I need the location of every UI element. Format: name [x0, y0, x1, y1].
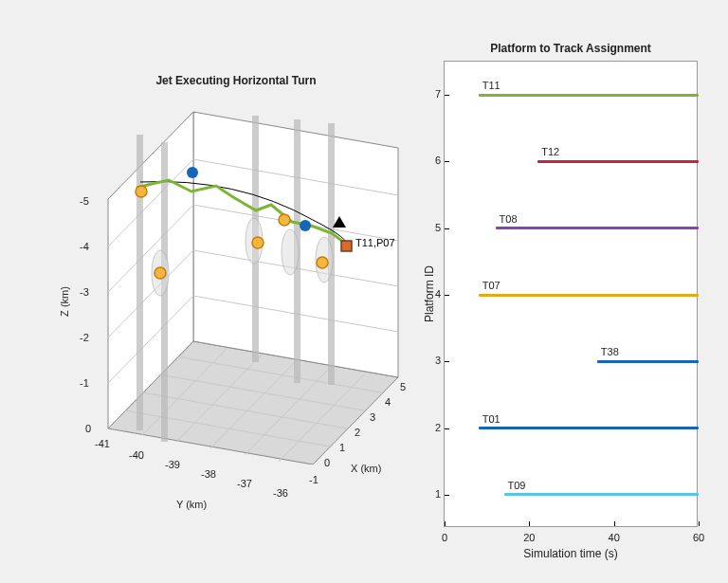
- ytick: 6: [428, 155, 441, 166]
- track-bar: [479, 294, 699, 297]
- track-label: T11: [482, 80, 500, 91]
- gantt-plot: Platform ID Simulation time (s) 12345670…: [445, 62, 697, 526]
- track-label: T08: [500, 213, 518, 225]
- svg-point-27: [155, 267, 166, 279]
- xtick: 40: [609, 532, 620, 543]
- xlabel: Simulation time (s): [445, 547, 697, 560]
- xlabel: X (km): [351, 463, 381, 474]
- ytick: -37: [237, 478, 252, 489]
- svg-point-26: [136, 186, 147, 197]
- annotation-label: T11,P07: [355, 237, 395, 248]
- svg-rect-17: [136, 135, 143, 430]
- ytick: 3: [428, 355, 441, 366]
- ytick: -39: [165, 459, 180, 470]
- xtick: 4: [385, 396, 391, 408]
- ztick: 0: [85, 423, 91, 434]
- track-label: T09: [508, 480, 526, 491]
- track-label: T12: [541, 146, 559, 157]
- track-bar: [496, 227, 699, 229]
- track-bar: [504, 493, 699, 496]
- left-plot-title: Jet Executing Horizontal Turn: [66, 74, 406, 87]
- xtick: 60: [693, 532, 704, 543]
- ztick: -4: [80, 241, 89, 252]
- track-bar: [479, 94, 699, 97]
- right-gantt-axes[interactable]: Platform ID Simulation time (s) 12345670…: [444, 61, 698, 527]
- track-bar: [597, 360, 699, 363]
- ztick: -1: [80, 377, 89, 389]
- svg-rect-34: [341, 241, 352, 251]
- figure-window: Jet Executing Horizontal Turn Platform t…: [0, 0, 728, 583]
- ytick: 2: [428, 422, 441, 433]
- svg-point-31: [187, 167, 198, 178]
- ytick: -38: [201, 468, 216, 480]
- xtick: 2: [355, 427, 360, 438]
- track-label: T38: [601, 346, 619, 357]
- xtick: 1: [339, 442, 345, 453]
- ytick: -41: [95, 438, 110, 449]
- track-bar: [479, 427, 699, 429]
- ytick: -40: [129, 449, 144, 461]
- ytick: 5: [428, 222, 441, 233]
- svg-point-30: [317, 257, 328, 268]
- xtick: 5: [400, 381, 406, 392]
- zlabel: Z (km): [59, 286, 70, 317]
- xtick: 3: [370, 411, 375, 423]
- track-bar: [537, 160, 699, 163]
- right-plot-title: Platform to Track Assignment: [444, 42, 698, 55]
- left-3d-axes[interactable]: T11,P07 -5 -4 -3 -2 -1 0 Z (km) -41 -40 …: [66, 106, 406, 465]
- ylabel: Y (km): [176, 499, 207, 510]
- ytick: 7: [428, 88, 441, 100]
- ztick: -3: [80, 286, 89, 298]
- ytick: -36: [273, 487, 288, 499]
- track-label: T01: [482, 413, 500, 425]
- ztick: -5: [80, 195, 89, 207]
- xtick: 0: [324, 457, 330, 468]
- ytick: 4: [428, 288, 441, 300]
- svg-point-24: [282, 229, 299, 275]
- svg-point-28: [252, 237, 264, 248]
- ztick: -2: [80, 332, 89, 343]
- svg-point-32: [300, 220, 311, 231]
- svg-point-29: [279, 214, 290, 226]
- xtick: 0: [442, 532, 447, 543]
- ytick: 1: [428, 488, 441, 500]
- track-label: T07: [482, 280, 500, 291]
- xtick: 20: [523, 532, 535, 543]
- xtick: -1: [309, 474, 318, 485]
